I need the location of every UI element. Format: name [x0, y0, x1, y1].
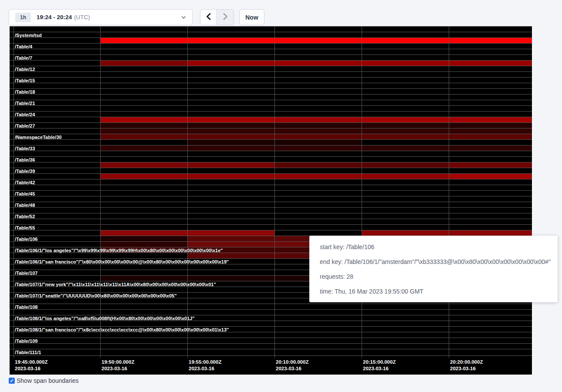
- span-band[interactable]: [274, 145, 362, 151]
- span-band[interactable]: [187, 140, 274, 145]
- span-band[interactable]: [362, 134, 449, 139]
- span-band[interactable]: [187, 61, 274, 66]
- heatmap-row[interactable]: /Table/42: [10, 179, 532, 185]
- time-range-selector[interactable]: 1h 19:24 - 20:24 (UTC): [9, 9, 193, 25]
- heatmap-row[interactable]: [10, 230, 532, 236]
- span-band[interactable]: [274, 140, 362, 145]
- span-band[interactable]: [449, 128, 532, 134]
- heatmap-row[interactable]: [10, 117, 532, 122]
- heatmap-row[interactable]: [10, 151, 532, 156]
- span-band[interactable]: [100, 242, 187, 247]
- heatmap-row[interactable]: [10, 207, 532, 213]
- previous-time-button[interactable]: [200, 9, 217, 25]
- span-band[interactable]: [100, 145, 187, 151]
- span-band[interactable]: [449, 38, 532, 43]
- span-band[interactable]: [100, 128, 187, 134]
- span-band[interactable]: [449, 61, 532, 66]
- span-band[interactable]: [449, 117, 532, 122]
- span-band[interactable]: [100, 230, 187, 236]
- heatmap-row[interactable]: [10, 60, 532, 66]
- span-band[interactable]: [100, 117, 187, 122]
- heatmap-row[interactable]: /NamespaceTable/30: [10, 134, 532, 139]
- heatmap-row[interactable]: /Table/18: [10, 88, 532, 94]
- span-band[interactable]: [274, 128, 362, 134]
- heatmap-row[interactable]: [10, 219, 532, 224]
- span-band[interactable]: [187, 123, 274, 128]
- span-band[interactable]: [362, 162, 449, 168]
- heatmap-row[interactable]: /Table/108: [10, 304, 532, 309]
- heatmap-row[interactable]: /Table/48: [10, 202, 532, 207]
- heatmap-row[interactable]: /Table/108/1/"san francisco"/"\x8c\xcc\x…: [10, 326, 532, 332]
- heatmap-row[interactable]: [10, 343, 532, 349]
- span-band[interactable]: [187, 253, 274, 258]
- span-band[interactable]: [362, 145, 449, 151]
- span-band[interactable]: [449, 123, 532, 128]
- heatmap-row[interactable]: [10, 139, 532, 145]
- span-band[interactable]: [187, 128, 274, 134]
- span-band[interactable]: [100, 38, 187, 43]
- span-band[interactable]: [187, 145, 274, 151]
- span-band[interactable]: [100, 174, 187, 179]
- heatmap-row[interactable]: [10, 309, 532, 315]
- heatmap-row[interactable]: [10, 128, 532, 134]
- heatmap-row[interactable]: [10, 105, 532, 111]
- heatmap-row[interactable]: /Table/24: [10, 111, 532, 117]
- heatmap-row[interactable]: [10, 83, 532, 88]
- key-visualizer-canvas[interactable]: /System/tsd/Table/4/Table/7/Table/12/Tab…: [10, 26, 532, 375]
- heatmap-row[interactable]: /Table/108/1/"los angeles"/"\xa8\xf5\u00…: [10, 315, 532, 321]
- heatmap-row[interactable]: [10, 332, 532, 338]
- show-span-boundaries-checkbox[interactable]: ✓: [9, 378, 15, 384]
- heatmap-row[interactable]: [10, 173, 532, 179]
- heatmap-row[interactable]: /Table/21: [10, 100, 532, 105]
- span-band[interactable]: [187, 117, 274, 122]
- span-band[interactable]: [274, 117, 362, 122]
- heatmap-row[interactable]: /Table/4: [10, 43, 532, 49]
- heatmap-row[interactable]: /Table/111/1: [10, 349, 532, 355]
- heatmap-row[interactable]: /Table/52: [10, 213, 532, 219]
- span-band[interactable]: [274, 123, 362, 128]
- span-band[interactable]: [449, 174, 532, 179]
- span-band[interactable]: [362, 117, 449, 122]
- span-band[interactable]: [274, 162, 362, 168]
- heatmap-row[interactable]: /Table/36: [10, 156, 532, 162]
- span-band[interactable]: [449, 230, 532, 236]
- next-time-button[interactable]: [217, 9, 234, 25]
- heatmap-row[interactable]: /Table/15: [10, 77, 532, 83]
- heatmap-row[interactable]: /Table/55: [10, 224, 532, 230]
- span-band[interactable]: [187, 162, 274, 168]
- heatmap-row[interactable]: [10, 26, 532, 32]
- heatmap-row[interactable]: /System/tsd: [10, 32, 532, 37]
- span-band[interactable]: [449, 162, 532, 168]
- heatmap-row[interactable]: [10, 49, 532, 54]
- span-band[interactable]: [449, 145, 532, 151]
- heatmap-row[interactable]: [10, 321, 532, 326]
- span-band[interactable]: [274, 134, 362, 139]
- span-band[interactable]: [100, 276, 187, 281]
- heatmap-row[interactable]: /Table/7: [10, 54, 532, 60]
- heatmap-row[interactable]: [10, 71, 532, 77]
- span-band[interactable]: [187, 242, 274, 247]
- span-band[interactable]: [100, 61, 187, 66]
- span-band[interactable]: [187, 276, 274, 281]
- span-band[interactable]: [100, 236, 187, 241]
- span-band[interactable]: [187, 236, 274, 241]
- span-band[interactable]: [100, 123, 187, 128]
- span-band[interactable]: [274, 61, 362, 66]
- heatmap-row[interactable]: [10, 37, 532, 43]
- heatmap-row[interactable]: [10, 162, 532, 168]
- span-band[interactable]: [274, 174, 362, 179]
- heatmap-row[interactable]: /Table/33: [10, 145, 532, 151]
- span-band[interactable]: [362, 123, 449, 128]
- heatmap-row[interactable]: [10, 94, 532, 100]
- span-band[interactable]: [362, 38, 449, 43]
- span-band[interactable]: [362, 128, 449, 134]
- span-band[interactable]: [362, 230, 449, 236]
- span-band[interactable]: [187, 134, 274, 139]
- heatmap-row[interactable]: /Table/27: [10, 122, 532, 128]
- heatmap-row[interactable]: [10, 185, 532, 190]
- span-band[interactable]: [187, 38, 274, 43]
- span-band[interactable]: [449, 134, 532, 139]
- span-band[interactable]: [362, 174, 449, 179]
- span-band[interactable]: [274, 38, 362, 43]
- heatmap-row[interactable]: /Table/12: [10, 66, 532, 71]
